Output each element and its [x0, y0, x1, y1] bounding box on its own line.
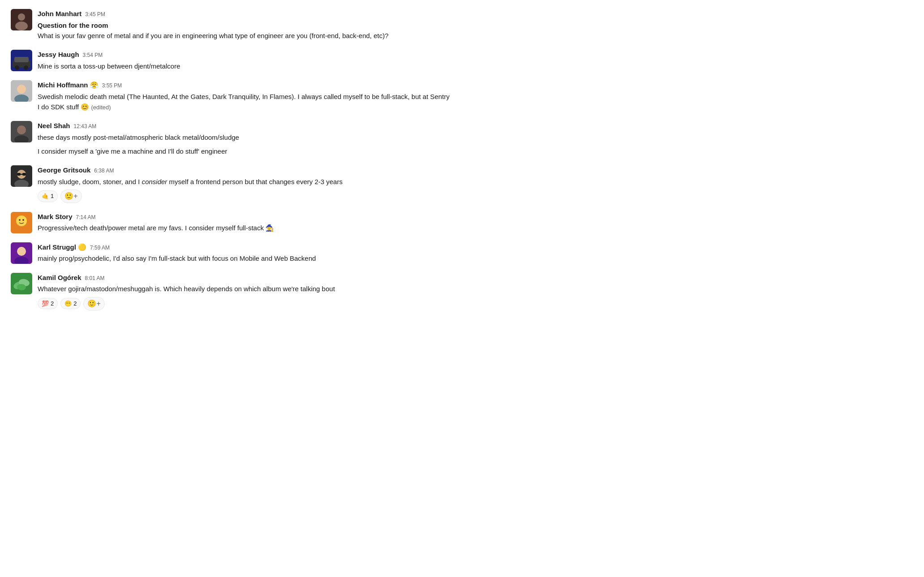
chat-container: John Manhart3:45 PMQuestion for the room…	[0, 0, 462, 328]
svg-point-6	[15, 65, 19, 70]
message-line: Progressive/tech death/power metal are m…	[38, 223, 451, 233]
message-body: Kamil Ogórek8:01 AMWhatever gojira/masto…	[38, 273, 451, 310]
svg-point-9	[17, 85, 26, 94]
message-header: John Manhart3:45 PM	[38, 9, 451, 19]
reactions: 💯2😶2🙂+	[38, 297, 451, 310]
timestamp: 7:59 AM	[90, 244, 110, 252]
svg-rect-5	[14, 57, 29, 62]
message-line: Whatever gojira/mastodon/meshuggah is. W…	[38, 284, 451, 294]
svg-rect-16	[17, 173, 21, 176]
message-body: George Gritsouk6:38 AMmostly sludge, doo…	[38, 165, 451, 203]
timestamp: 6:38 AM	[94, 167, 114, 175]
add-reaction-button[interactable]: 🙂+	[83, 297, 104, 310]
username: George Gritsouk	[38, 165, 90, 176]
message-header: Michi Hoffmann 😤3:55 PM	[38, 80, 451, 90]
message-line: I consider myself a 'give me a machine a…	[38, 146, 451, 156]
message-line: mostly sludge, doom, stoner, and I consi…	[38, 177, 451, 187]
username: Michi Hoffmann 😤	[38, 80, 98, 90]
message-line: Question for the room	[38, 20, 451, 30]
svg-rect-17	[22, 173, 26, 176]
reaction[interactable]: 💯2	[38, 298, 58, 310]
message-header: Mark Story7:14 AM	[38, 212, 451, 222]
username: Jessy Haugh	[38, 50, 79, 60]
svg-point-12	[17, 125, 26, 134]
message-body: Jessy Haugh3:54 PMMine is sorta a toss-u…	[38, 50, 451, 71]
avatar	[11, 165, 32, 187]
message-header: Karl Struggl 🟡7:59 AM	[38, 242, 451, 253]
message-line: these days mostly post-metal/atmospheric…	[38, 132, 451, 142]
username: Karl Struggl 🟡	[38, 242, 86, 253]
message-msg-george: George Gritsouk6:38 AMmostly sludge, doo…	[11, 165, 451, 203]
reaction[interactable]: 😶2	[60, 298, 81, 310]
username: Kamil Ogórek	[38, 273, 81, 283]
add-reaction-button[interactable]: 🙂+	[60, 189, 81, 203]
message-body: Neel Shah12:43 AMthese days mostly post-…	[38, 121, 451, 156]
svg-point-22	[19, 219, 21, 221]
avatar	[11, 80, 32, 102]
avatar	[11, 242, 32, 264]
message-header: Jessy Haugh3:54 PM	[38, 50, 451, 60]
timestamp: 3:54 PM	[83, 51, 103, 59]
reaction[interactable]: 🤙1	[38, 190, 58, 202]
message-body: Mark Story7:14 AMProgressive/tech death/…	[38, 212, 451, 233]
message-msg-kamil: Kamil Ogórek8:01 AMWhatever gojira/masto…	[11, 273, 451, 310]
avatar	[11, 121, 32, 142]
avatar	[11, 9, 32, 30]
edited-label: (edited)	[91, 104, 111, 111]
svg-point-1	[18, 13, 25, 21]
avatar	[11, 273, 32, 294]
username: Mark Story	[38, 212, 73, 222]
timestamp: 3:45 PM	[85, 10, 105, 18]
reaction-emoji: 🤙	[42, 192, 49, 201]
message-body: John Manhart3:45 PMQuestion for the room…	[38, 9, 451, 41]
message-msg-john: John Manhart3:45 PMQuestion for the room…	[11, 9, 451, 41]
username: John Manhart	[38, 9, 81, 19]
timestamp: 8:01 AM	[85, 274, 105, 282]
svg-rect-18	[21, 174, 22, 175]
message-msg-neel: Neel Shah12:43 AMthese days mostly post-…	[11, 121, 451, 156]
message-header: Kamil Ogórek8:01 AM	[38, 273, 451, 283]
message-header: George Gritsouk6:38 AM	[38, 165, 451, 176]
message-msg-michi: Michi Hoffmann 😤3:55 PMSwedish melodic d…	[11, 80, 451, 112]
username: Neel Shah	[38, 121, 70, 131]
timestamp: 3:55 PM	[102, 82, 122, 90]
message-line: Swedish melodic death metal (The Haunted…	[38, 91, 451, 112]
timestamp: 7:14 AM	[76, 213, 96, 221]
svg-point-2	[15, 22, 28, 30]
svg-point-23	[22, 219, 24, 221]
message-header: Neel Shah12:43 AM	[38, 121, 451, 131]
svg-point-7	[24, 65, 28, 70]
message-msg-mark: Mark Story7:14 AMProgressive/tech death/…	[11, 212, 451, 233]
svg-point-25	[17, 247, 26, 256]
timestamp: 12:43 AM	[74, 122, 97, 130]
reaction-emoji: 💯	[42, 299, 49, 308]
avatar	[11, 212, 32, 233]
reaction-count: 2	[73, 299, 77, 308]
avatar	[11, 50, 32, 71]
message-line: What is your fav genre of metal and if y…	[38, 30, 451, 41]
message-msg-jessy: Jessy Haugh3:54 PMMine is sorta a toss-u…	[11, 50, 451, 71]
message-body: Karl Struggl 🟡7:59 AMmainly prog/psychod…	[38, 242, 451, 264]
reaction-count: 1	[51, 192, 54, 201]
message-line: Mine is sorta a toss-up between djent/me…	[38, 61, 451, 71]
message-msg-karl: Karl Struggl 🟡7:59 AMmainly prog/psychod…	[11, 242, 451, 264]
reaction-emoji: 😶	[64, 299, 72, 308]
reaction-count: 2	[51, 299, 54, 308]
message-line: mainly prog/psychodelic, I'd also say I'…	[38, 253, 451, 263]
svg-point-21	[16, 215, 27, 226]
reactions: 🤙1🙂+	[38, 189, 451, 203]
message-body: Michi Hoffmann 😤3:55 PMSwedish melodic d…	[38, 80, 451, 112]
